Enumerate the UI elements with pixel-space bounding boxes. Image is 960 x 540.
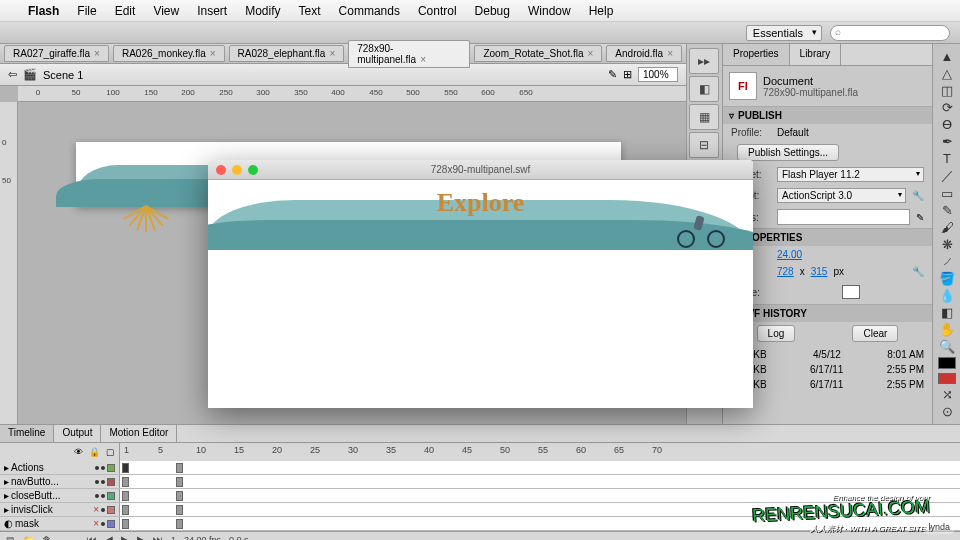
fill-color-swatch[interactable] [938, 373, 956, 384]
dock-color-icon[interactable]: ◧ [689, 76, 719, 102]
edit-class-icon[interactable]: ✎ [916, 212, 924, 223]
publish-settings-button[interactable]: Publish Settings... [737, 144, 839, 161]
class-input[interactable] [777, 209, 910, 225]
play-icon[interactable]: ▶ [121, 534, 129, 540]
free-transform-tool-icon[interactable]: ◫ [935, 82, 959, 99]
workspace-dropdown[interactable]: Essentials [746, 25, 822, 41]
size-height[interactable]: 315 [811, 266, 828, 277]
dock-align-icon[interactable]: ⊟ [689, 132, 719, 158]
menu-edit[interactable]: Edit [115, 4, 136, 18]
line-tool-icon[interactable]: ／ [935, 167, 959, 185]
doc-tab[interactable]: RA026_monkey.fla× [113, 45, 225, 62]
window-zoom-icon[interactable] [248, 165, 258, 175]
lock-icon[interactable]: 🔒 [89, 447, 100, 457]
section-properties[interactable]: ▿PROPERTIES [723, 229, 932, 246]
selection-tool-icon[interactable]: ▲ [935, 48, 959, 65]
menu-view[interactable]: View [153, 4, 179, 18]
snap-icon[interactable]: ⊙ [935, 403, 959, 420]
size-width[interactable]: 728 [777, 266, 794, 277]
step-forward-icon[interactable]: ▶ [137, 534, 145, 540]
doc-tab[interactable]: RA027_giraffe.fla× [4, 45, 109, 62]
edit-symbols-icon[interactable]: ⊞ [623, 68, 632, 81]
menu-window[interactable]: Window [528, 4, 571, 18]
zoom-tool-icon[interactable]: 🔍 [935, 338, 959, 355]
close-tab-icon[interactable]: × [588, 48, 594, 59]
layer-row[interactable]: ▸navButto... [0, 475, 960, 489]
edit-scene-icon[interactable]: ✎ [608, 68, 617, 81]
3d-rotation-tool-icon[interactable]: ⟳ [935, 99, 959, 116]
section-swf-history[interactable]: ▿SWF HISTORY [723, 305, 932, 322]
rectangle-tool-icon[interactable]: ▭ [935, 185, 959, 202]
tab-timeline[interactable]: Timeline [0, 425, 54, 442]
lasso-tool-icon[interactable]: Ɵ [935, 116, 959, 133]
paint-bucket-tool-icon[interactable]: 🪣 [935, 270, 959, 287]
tab-output[interactable]: Output [54, 425, 101, 442]
brush-tool-icon[interactable]: 🖌 [935, 219, 959, 236]
close-tab-icon[interactable]: × [94, 48, 100, 59]
bone-tool-icon[interactable]: ⟋ [935, 253, 959, 270]
layer-row[interactable]: ▸closeButt... [0, 489, 960, 503]
menu-control[interactable]: Control [418, 4, 457, 18]
close-tab-icon[interactable]: × [329, 48, 335, 59]
menu-text[interactable]: Text [299, 4, 321, 18]
wrench-icon[interactable]: 🔧 [912, 266, 924, 277]
workspace-switcher[interactable]: Essentials [746, 25, 822, 41]
frame-ruler[interactable]: 1510152025303540455055606570 [120, 443, 960, 461]
pen-tool-icon[interactable]: ✒ [935, 133, 959, 150]
doc-tab[interactable]: Android.fla× [606, 45, 682, 62]
goto-first-icon[interactable]: ⏮ [87, 534, 97, 540]
swap-colors-icon[interactable]: ⤮ [935, 386, 959, 403]
menu-commands[interactable]: Commands [339, 4, 400, 18]
dock-swatch-icon[interactable]: ▦ [689, 104, 719, 130]
pencil-tool-icon[interactable]: ✎ [935, 202, 959, 219]
dock-expand-icon[interactable]: ▸▸ [689, 48, 719, 74]
swf-preview-window[interactable]: 728x90-multipanel.swf Explore [208, 160, 753, 408]
step-back-icon[interactable]: ◀ [105, 534, 113, 540]
menu-insert[interactable]: Insert [197, 4, 227, 18]
doc-tab-active[interactable]: 728x90-multipanel.fla× [348, 40, 470, 68]
new-layer-icon[interactable]: ▤ [6, 535, 15, 541]
doc-tab[interactable]: Zoom_Rotate_Shot.fla× [474, 45, 602, 62]
target-select[interactable]: Flash Player 11.2 [777, 167, 924, 182]
text-tool-icon[interactable]: T [935, 150, 959, 167]
scene-name[interactable]: Scene 1 [43, 69, 83, 81]
hand-tool-icon[interactable]: ✋ [935, 321, 959, 338]
doc-tab[interactable]: RA028_elephant.fla× [229, 45, 345, 62]
fps-value[interactable]: 24.00 [777, 249, 802, 260]
eye-icon[interactable]: 👁 [74, 447, 83, 457]
window-minimize-icon[interactable] [232, 165, 242, 175]
subselection-tool-icon[interactable]: △ [935, 65, 959, 82]
stage-color-swatch[interactable] [842, 285, 860, 299]
properties-panel: Properties Library Fl Document 728x90-mu… [722, 44, 932, 424]
menu-help[interactable]: Help [589, 4, 614, 18]
log-button[interactable]: Log [757, 325, 796, 342]
delete-layer-icon[interactable]: 🗑 [42, 535, 51, 541]
clear-button[interactable]: Clear [852, 325, 898, 342]
close-tab-icon[interactable]: × [420, 54, 426, 65]
panel-tab-library[interactable]: Library [790, 44, 842, 65]
close-tab-icon[interactable]: × [667, 48, 673, 59]
close-tab-icon[interactable]: × [210, 48, 216, 59]
layer-row[interactable]: ▸Actions [0, 461, 960, 475]
deco-tool-icon[interactable]: ❋ [935, 236, 959, 253]
tab-motion-editor[interactable]: Motion Editor [101, 425, 177, 442]
wrench-icon[interactable]: 🔧 [912, 190, 924, 201]
back-icon[interactable]: ⇦ [8, 68, 17, 81]
new-folder-icon[interactable]: 📁 [23, 535, 34, 541]
script-select[interactable]: ActionScript 3.0 [777, 188, 906, 203]
section-publish[interactable]: ▿PUBLISH [723, 107, 932, 124]
outline-icon[interactable]: ▢ [106, 447, 115, 457]
menu-debug[interactable]: Debug [475, 4, 510, 18]
menu-modify[interactable]: Modify [245, 4, 280, 18]
zoom-input[interactable]: 100% [638, 67, 678, 82]
eyedropper-tool-icon[interactable]: 💧 [935, 287, 959, 304]
ruler-horizontal: 050100150200250300350400450500550600650 [18, 86, 686, 102]
app-name[interactable]: Flash [28, 4, 59, 18]
menu-file[interactable]: File [77, 4, 96, 18]
window-close-icon[interactable] [216, 165, 226, 175]
panel-tab-properties[interactable]: Properties [723, 44, 790, 65]
stroke-color-swatch[interactable] [938, 357, 956, 368]
help-search-input[interactable] [830, 25, 950, 41]
eraser-tool-icon[interactable]: ◧ [935, 304, 959, 321]
goto-last-icon[interactable]: ⏭ [153, 534, 163, 540]
